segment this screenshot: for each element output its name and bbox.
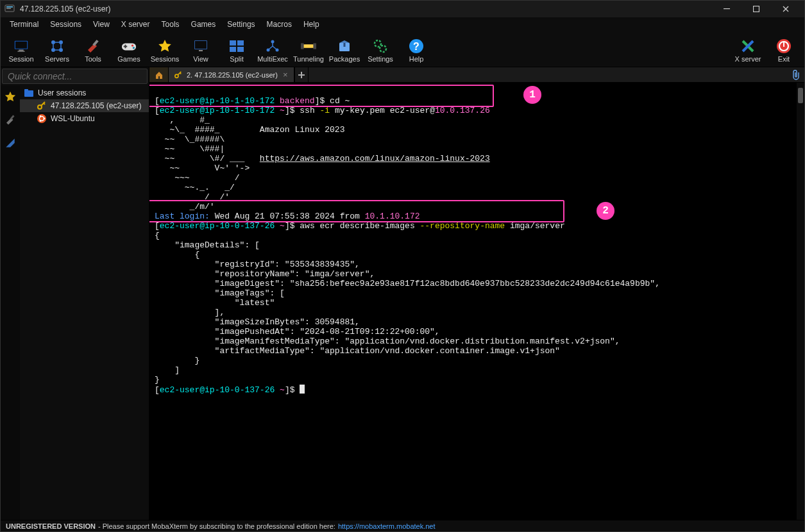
tab-close-button[interactable]: × xyxy=(282,70,289,79)
folder-icon xyxy=(24,88,34,97)
svg-rect-1 xyxy=(6,6,13,8)
tb-split[interactable]: Split xyxy=(219,34,255,67)
svg-rect-40 xyxy=(783,41,784,47)
quick-connect[interactable] xyxy=(2,69,148,84)
svg-rect-30 xyxy=(301,43,304,49)
cursor xyxy=(300,385,305,394)
monitor-icon xyxy=(13,38,29,54)
maximize-button[interactable] xyxy=(741,1,771,17)
tab-home[interactable] xyxy=(149,67,169,82)
session-item-1[interactable]: WSL-Ubuntu xyxy=(20,112,149,125)
tb-servers[interactable]: Servers xyxy=(39,34,75,67)
titlebar: 47.128.225.105 (ec2-user) xyxy=(1,1,804,17)
svg-rect-21 xyxy=(199,50,203,51)
menu-tools[interactable]: Tools xyxy=(157,19,185,30)
menu-xserver[interactable]: X server xyxy=(116,19,155,30)
paperclip-icon[interactable] xyxy=(792,70,801,80)
svg-rect-18 xyxy=(125,44,126,48)
svg-rect-33 xyxy=(344,43,346,47)
new-tab-button[interactable] xyxy=(294,67,309,82)
toolbar: Session Servers Tools Games Sessions Vie… xyxy=(1,31,804,67)
tb-favorites[interactable]: Sessions xyxy=(147,34,183,67)
tb-settings[interactable]: Settings xyxy=(362,34,398,67)
svg-point-16 xyxy=(133,47,135,49)
menu-games[interactable]: Games xyxy=(186,19,221,30)
tb-help[interactable]: ?Help xyxy=(398,34,434,67)
tab-label: 2. 47.128.225.105 (ec2-user) xyxy=(187,71,278,79)
menubar: Terminal Sessions View X server Tools Ga… xyxy=(1,17,804,31)
window-title: 47.128.225.105 (ec2-user) xyxy=(20,4,712,13)
tb-exit[interactable]: Exit xyxy=(766,34,802,67)
settings-icon xyxy=(373,38,388,54)
quick-connect-input[interactable] xyxy=(8,71,142,81)
tb-session[interactable]: Session xyxy=(3,34,39,67)
svg-point-26 xyxy=(271,40,275,43)
tb-view[interactable]: View xyxy=(183,34,219,67)
svg-point-10 xyxy=(59,40,63,44)
tb-games[interactable]: Games xyxy=(111,34,147,67)
svg-rect-7 xyxy=(19,49,23,51)
menu-macros[interactable]: Macros xyxy=(262,19,297,30)
star-icon xyxy=(157,38,173,54)
tools-tab[interactable] xyxy=(3,112,18,128)
sidebar: User sessions 47.128.225.105 (ec2-user) … xyxy=(1,67,149,520)
svg-point-48 xyxy=(40,115,42,117)
terminal-tabs: 2. 47.128.225.105 (ec2-user) × xyxy=(149,67,804,83)
svg-rect-2 xyxy=(6,8,11,10)
svg-rect-20 xyxy=(195,41,207,49)
annotation-badge-2: 2 xyxy=(597,202,614,220)
status-bold: UNREGISTERED VERSION xyxy=(6,522,96,530)
sidebar-tabs xyxy=(1,85,20,520)
xserver-icon xyxy=(740,38,756,54)
tree-root-label: User sessions xyxy=(38,88,86,97)
games-icon xyxy=(121,38,137,54)
status-text: - Please support MobaXterm by subscribin… xyxy=(98,522,335,530)
svg-rect-31 xyxy=(313,43,316,49)
annotation-badge-1: 1 xyxy=(523,86,541,104)
help-icon: ? xyxy=(409,38,424,54)
svg-rect-4 xyxy=(754,6,759,12)
svg-point-12 xyxy=(59,48,63,52)
menu-terminal[interactable]: Terminal xyxy=(4,19,44,30)
packages-icon xyxy=(337,38,352,54)
servers-icon xyxy=(49,38,65,54)
tb-tunneling[interactable]: Tunneling xyxy=(291,34,326,67)
svg-point-11 xyxy=(51,48,55,52)
app-icon xyxy=(4,4,15,14)
session-item-label: WSL-Ubuntu xyxy=(51,114,95,123)
menu-view[interactable]: View xyxy=(88,19,115,30)
macros-tab[interactable] xyxy=(3,135,18,151)
multiexec-icon xyxy=(265,38,280,54)
svg-rect-52 xyxy=(298,74,305,76)
tb-packages[interactable]: Packages xyxy=(326,34,362,67)
svg-text:?: ? xyxy=(413,41,419,52)
ubuntu-icon xyxy=(37,114,47,123)
close-button[interactable] xyxy=(771,1,801,17)
home-icon xyxy=(155,71,164,79)
svg-rect-22 xyxy=(230,40,236,46)
view-icon xyxy=(193,38,208,54)
svg-rect-3 xyxy=(724,8,730,9)
status-link[interactable]: https://mobaxterm.mobatek.net xyxy=(338,522,436,530)
menu-sessions[interactable]: Sessions xyxy=(45,19,87,30)
favorites-tab[interactable] xyxy=(3,89,18,104)
terminal-scrollbar[interactable] xyxy=(797,83,804,520)
tab-session[interactable]: 2. 47.128.225.105 (ec2-user) × xyxy=(169,67,294,82)
svg-rect-43 xyxy=(24,89,28,92)
tree-root[interactable]: User sessions xyxy=(20,87,149,99)
session-item-0[interactable]: 47.128.225.105 (ec2-user) xyxy=(20,99,149,112)
tb-tools[interactable]: Tools xyxy=(75,34,111,67)
tb-multiexec[interactable]: MultiExec xyxy=(255,34,291,67)
terminal[interactable]: [ec2-user@ip-10-1-10-172 backend]$ cd ~ … xyxy=(149,83,804,520)
main-area: 2. 47.128.225.105 (ec2-user) × [ec2-user… xyxy=(149,67,804,520)
menu-help[interactable]: Help xyxy=(298,19,325,30)
sessions-tree: User sessions 47.128.225.105 (ec2-user) … xyxy=(20,85,149,520)
svg-rect-25 xyxy=(237,47,244,52)
minimize-button[interactable] xyxy=(712,1,741,17)
menu-settings[interactable]: Settings xyxy=(222,19,260,30)
split-icon xyxy=(229,38,244,54)
svg-rect-23 xyxy=(237,40,244,46)
scrollbar-thumb[interactable] xyxy=(798,88,803,103)
svg-point-34 xyxy=(375,40,381,47)
tb-xserver[interactable]: X server xyxy=(730,34,766,67)
